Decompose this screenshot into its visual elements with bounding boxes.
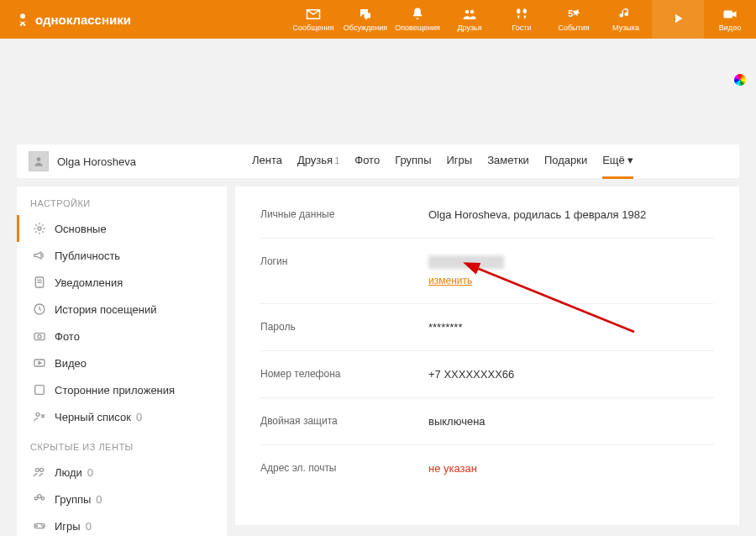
- row-phone[interactable]: Номер телефона +7 XXXXXXXX66: [260, 351, 714, 398]
- mail-icon: [305, 7, 322, 22]
- games-icon: [33, 519, 46, 533]
- label-password: Пароль: [260, 321, 428, 334]
- svg-point-23: [42, 526, 43, 527]
- sidebar-hidden-groups[interactable]: Группы 0: [17, 486, 227, 512]
- video-icon: [722, 7, 738, 22]
- groups-icon: [33, 492, 46, 506]
- sidebar-item-history[interactable]: История посещений: [17, 296, 227, 323]
- link-change-login[interactable]: изменить: [428, 275, 472, 286]
- svg-text:5: 5: [568, 8, 573, 18]
- user-name[interactable]: Olga Horosheva: [57, 155, 136, 168]
- svg-point-18: [38, 495, 41, 498]
- sidebar: НАСТРОЙКИ Основные Публичность Уведомлен…: [17, 187, 227, 536]
- bell-icon: [409, 7, 426, 22]
- sidebar-item-publicity[interactable]: Публичность: [17, 242, 227, 269]
- video-icon: [33, 356, 46, 370]
- svg-point-16: [35, 468, 39, 471]
- sidebar-title-settings: НАСТРОЙКИ: [17, 187, 227, 215]
- svg-point-22: [41, 525, 42, 526]
- sidebar-item-video[interactable]: Видео: [17, 349, 227, 376]
- svg-point-0: [20, 13, 25, 18]
- people-icon: [33, 465, 46, 479]
- svg-rect-5: [724, 11, 733, 18]
- sidebar-item-blacklist[interactable]: Черный список 0: [17, 403, 227, 430]
- nav-messages[interactable]: Сообщения: [287, 0, 339, 39]
- blacklist-icon: [33, 410, 46, 423]
- value-password: ********: [428, 321, 462, 334]
- sidebar-hidden-people[interactable]: Люди 0: [17, 459, 227, 486]
- history-icon: [33, 302, 46, 316]
- tab-groups[interactable]: Группы: [395, 144, 431, 179]
- nav-alerts[interactable]: Оповещения: [391, 0, 444, 39]
- svg-point-2: [470, 10, 475, 14]
- nav-events[interactable]: 5 События: [548, 0, 600, 39]
- svg-point-20: [41, 497, 44, 500]
- label-login: Логин: [260, 255, 428, 286]
- svg-point-17: [40, 468, 44, 471]
- events-icon: 5: [565, 7, 582, 22]
- svg-point-19: [34, 497, 37, 500]
- color-picker-icon[interactable]: [734, 74, 746, 86]
- nav-music[interactable]: Музыка: [600, 0, 652, 39]
- svg-rect-10: [34, 334, 45, 340]
- note-icon: [33, 276, 46, 289]
- row-email[interactable]: Адрес эл. почты не указан: [260, 445, 714, 491]
- value-phone: +7 XXXXXXXX66: [428, 368, 514, 381]
- svg-rect-14: [35, 386, 45, 395]
- logo[interactable]: одноклассники: [0, 10, 146, 29]
- topbar: одноклассники Сообщения Обсуждения Опове…: [0, 0, 756, 39]
- tab-gifts[interactable]: Подарки: [544, 144, 587, 179]
- nav-discussions[interactable]: Обсуждения: [339, 0, 391, 39]
- avatar[interactable]: [29, 151, 49, 171]
- svg-point-1: [465, 10, 470, 14]
- guests-icon: [513, 7, 530, 22]
- chat-icon: [357, 7, 374, 22]
- sidebar-item-apps[interactable]: Сторонние приложения: [17, 376, 227, 403]
- brand-text: одноклассники: [35, 13, 131, 27]
- app-icon: [33, 383, 46, 397]
- label-twofa: Двойная защита: [260, 415, 428, 428]
- svg-point-7: [38, 227, 41, 230]
- sidebar-title-hidden: СКРЫТЫЕ ИЗ ЛЕНТЫ: [17, 430, 227, 459]
- tab-friends[interactable]: Друзья1: [297, 144, 339, 179]
- label-email: Адрес эл. почты: [260, 462, 428, 475]
- music-icon: [617, 7, 634, 22]
- row-login[interactable]: Логин изменить: [260, 239, 714, 304]
- camera-icon: [33, 329, 46, 343]
- nav-guests[interactable]: Гости: [496, 0, 548, 39]
- value-login-blurred: [428, 255, 504, 269]
- nav-video-rec[interactable]: [652, 0, 704, 39]
- label-personal: Личные данные: [260, 208, 428, 221]
- nav-friends[interactable]: Друзья: [444, 0, 496, 39]
- tab-feed[interactable]: Лента: [252, 144, 282, 179]
- gear-icon: [33, 222, 46, 235]
- svg-point-11: [38, 335, 41, 339]
- row-password[interactable]: Пароль ********: [260, 304, 714, 351]
- tab-more[interactable]: Ещё ▾: [602, 144, 633, 179]
- play-icon: [669, 11, 686, 26]
- value-twofa: выключена: [428, 415, 486, 428]
- topnav: Сообщения Обсуждения Оповещения Друзья Г…: [287, 0, 756, 39]
- tab-games[interactable]: Игры: [446, 144, 472, 179]
- sidebar-item-photo[interactable]: Фото: [17, 323, 227, 349]
- row-personal[interactable]: Личные данные Olga Horosheva, родилась 1…: [260, 203, 714, 239]
- tab-photo[interactable]: Фото: [354, 144, 380, 179]
- sidebar-item-notifications[interactable]: Уведомления: [17, 269, 227, 296]
- label-phone: Номер телефона: [260, 368, 428, 381]
- nav-video[interactable]: Видео: [704, 0, 756, 39]
- svg-point-6: [37, 157, 41, 161]
- settings-panel: Личные данные Olga Horosheva, родилась 1…: [235, 187, 739, 525]
- value-personal: Olga Horosheva, родилась 1 февраля 1982: [428, 208, 646, 221]
- friends-icon: [461, 7, 478, 22]
- sidebar-hidden-games[interactable]: Игры 0: [17, 512, 227, 536]
- svg-marker-13: [39, 361, 42, 365]
- value-email: не указан: [428, 462, 477, 475]
- svg-marker-4: [675, 14, 682, 24]
- profile-header: Olga Horosheva Лента Друзья1 Фото Группы…: [17, 145, 739, 178]
- sidebar-item-main[interactable]: Основные: [17, 215, 227, 242]
- svg-point-15: [36, 413, 39, 416]
- tab-notes[interactable]: Заметки: [487, 144, 529, 179]
- row-twofa[interactable]: Двойная защита выключена: [260, 398, 714, 445]
- megaphone-icon: [33, 249, 46, 262]
- profile-tabs: Лента Друзья1 Фото Группы Игры Заметки П…: [227, 144, 633, 179]
